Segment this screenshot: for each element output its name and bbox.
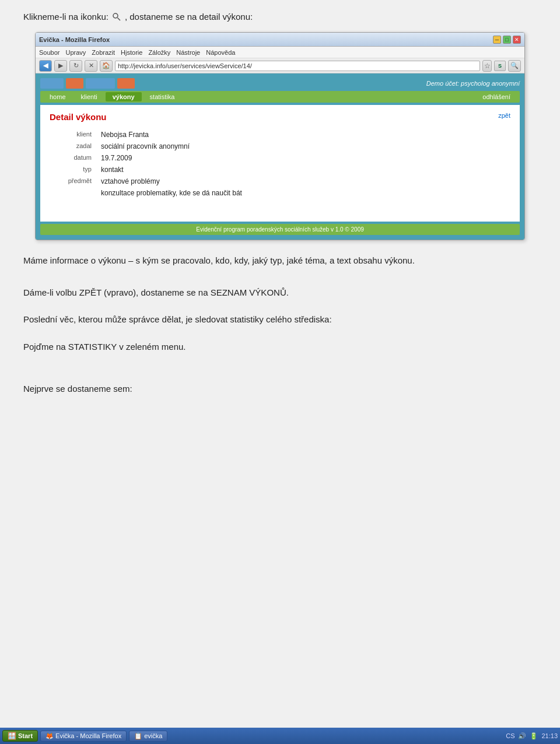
section-5-text: Nejprve se dostaneme sem:	[23, 382, 537, 396]
app-content: Detail výkonu zpět klient Nebojsa Franta…	[40, 105, 520, 222]
logo-block-4	[117, 78, 135, 89]
close-button[interactable]: ✕	[513, 36, 521, 44]
refresh-button[interactable]: ↻	[69, 60, 82, 72]
nav-odhlaseni[interactable]: odhlášení	[475, 92, 517, 101]
app-wrapper: Demo účet: psycholog anonymní home klien…	[36, 73, 524, 240]
firefox-icon: 🦊	[46, 732, 54, 740]
logo-block-3	[86, 78, 115, 89]
browser-menu-bar: Soubor Upravy Zobrazit Hjstorie Záložky …	[36, 47, 524, 58]
intro-text-after: , dostaneme se na detail výkonu:	[125, 12, 253, 22]
evicka-label: evička	[144, 732, 162, 739]
field-label-typ: typ	[50, 164, 96, 176]
user-info: Demo účet: psycholog anonymní	[426, 80, 520, 87]
app-logo	[40, 78, 135, 89]
intro-section: Klikneme-li na ikonku: , dostaneme se na…	[23, 12, 537, 22]
section-4-text: Pojďme na STATISTIKY v zeleném menu.	[23, 341, 537, 354]
svg-line-1	[117, 17, 120, 20]
browser-toolbar: ◀ ▶ ↻ ✕ 🏠 http://jevicka.info/user/servi…	[36, 58, 524, 73]
menu-zalozky[interactable]: Záložky	[148, 49, 170, 56]
table-row: konzultace problematiky, kde se dá nauči…	[50, 187, 510, 199]
section-1-text: Máme informace o výkonu – s kým se praco…	[23, 254, 537, 268]
stop-button[interactable]: ✕	[85, 60, 97, 72]
search-button[interactable]: 🔍	[508, 60, 521, 72]
address-text: http://jevicka.info/user/services/viewSe…	[118, 62, 252, 69]
forward-button[interactable]: ▶	[54, 60, 67, 72]
field-value-typ: kontakt	[96, 164, 510, 176]
field-label-zadal: zadal	[50, 141, 96, 152]
taskbar: 🪟 Start 🦊 Evička - Mozilla Firefox 📋 evi…	[0, 728, 560, 744]
field-label-empty	[50, 187, 96, 199]
taskbar-cs: CS	[506, 732, 514, 739]
field-value-predmet: vztahové problémy	[96, 176, 510, 187]
browser-controls: ─ □ ✕	[493, 36, 521, 44]
field-value-text: konzultace problematiky, kde se dá nauči…	[96, 187, 510, 199]
field-label-predmet: předmět	[50, 176, 96, 187]
start-button[interactable]: 🪟 Start	[2, 730, 38, 742]
table-row: klient Nebojsa Franta	[50, 129, 510, 141]
section-3-text: Poslední věc, kterou může správce dělat,…	[23, 313, 537, 327]
address-bar[interactable]: http://jevicka.info/user/services/viewSe…	[115, 61, 480, 71]
nav-klienti[interactable]: klienti	[74, 92, 104, 101]
maximize-button[interactable]: □	[503, 36, 511, 44]
s-button[interactable]: S	[494, 61, 506, 71]
app-header: Demo účet: psycholog anonymní	[40, 78, 520, 89]
table-row: předmět vztahové problémy	[50, 176, 510, 187]
taskbar-time: 21:13	[541, 732, 558, 739]
detail-title: Detail výkonu	[50, 112, 107, 122]
menu-zobrazit[interactable]: Zobrazit	[92, 49, 115, 56]
field-value-zadal: sociální pracovník anonymní	[96, 141, 510, 152]
taskbar-firefox[interactable]: 🦊 Evička - Mozilla Firefox	[40, 731, 127, 742]
svg-point-0	[113, 13, 118, 18]
taskbar-evicka[interactable]: 📋 evička	[129, 731, 167, 742]
app-footer: Evidenční program poradenských sociálníc…	[40, 224, 520, 235]
firefox-label: Evička - Mozilla Firefox	[55, 732, 121, 739]
logo-block-1	[40, 78, 64, 89]
menu-nastroje[interactable]: Nástroje	[176, 49, 200, 56]
browser-titlebar: Evička - Mozilla Firefox ─ □ ✕	[36, 33, 524, 47]
browser-window: Evička - Mozilla Firefox ─ □ ✕ Soubor Up…	[35, 32, 525, 240]
home-button[interactable]: 🏠	[100, 60, 113, 72]
taskbar-right: CS 🔊 🔋 21:13	[506, 732, 558, 740]
browser-title: Evička - Mozilla Firefox	[39, 36, 110, 43]
table-row: zadal sociální pracovník anonymní	[50, 141, 510, 152]
taskbar-battery-icon: 🔋	[530, 732, 538, 740]
field-value-datum: 19.7.2009	[96, 152, 510, 164]
taskbar-volume-icon: 🔊	[518, 732, 526, 740]
detail-header: Detail výkonu zpět	[50, 112, 510, 122]
table-row: datum 19.7.2009	[50, 152, 510, 164]
detail-table: klient Nebojsa Franta zadal sociální pra…	[50, 129, 510, 199]
menu-hjstorie[interactable]: Hjstorie	[121, 49, 142, 56]
logo-block-2	[66, 78, 83, 89]
field-value-klient: Nebojsa Franta	[96, 129, 510, 141]
menu-napoveda[interactable]: Nápověda	[206, 49, 235, 56]
nav-statistika[interactable]: statistika	[143, 92, 182, 101]
section-2-text: Dáme-li volbu ZPĚT (vpravo), dostaneme s…	[23, 286, 537, 300]
evicka-icon: 📋	[134, 732, 142, 740]
nav-home[interactable]: home	[43, 92, 73, 101]
nav-vykony[interactable]: výkony	[106, 92, 142, 101]
menu-upravy[interactable]: Upravy	[65, 49, 86, 56]
intro-text-before: Klikneme-li na ikonku:	[23, 12, 108, 22]
field-label-klient: klient	[50, 129, 96, 141]
field-label-datum: datum	[50, 152, 96, 164]
back-link[interactable]: zpět	[498, 112, 510, 119]
magnifier-icon	[112, 12, 121, 22]
main-content: Klikneme-li na ikonku: , dostaneme se na…	[0, 0, 560, 415]
table-row: typ kontakt	[50, 164, 510, 176]
app-nav: home klienti výkony statistika odhlášení	[40, 91, 520, 103]
bookmark-icon[interactable]: ☆	[482, 60, 492, 72]
start-icon: 🪟	[8, 732, 16, 740]
back-button[interactable]: ◀	[39, 60, 52, 72]
menu-soubor[interactable]: Soubor	[39, 49, 60, 56]
minimize-button[interactable]: ─	[493, 36, 501, 44]
start-label: Start	[18, 732, 33, 739]
